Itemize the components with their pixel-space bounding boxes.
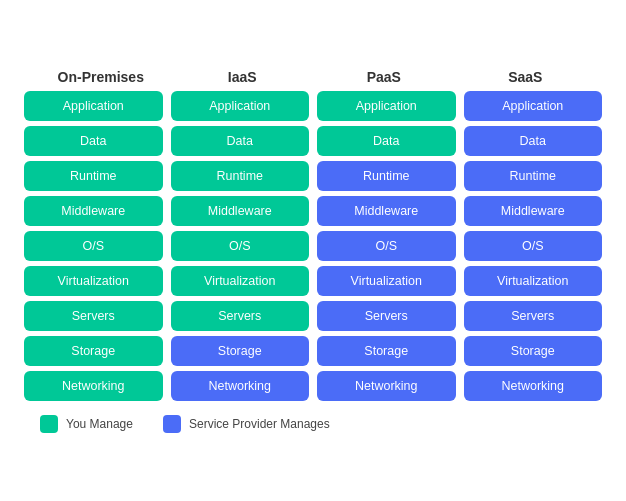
data-row: NetworkingNetworkingNetworkingNetworking: [24, 371, 602, 401]
legend: You Manage Service Provider Manages: [20, 415, 330, 433]
cell: Storage: [464, 336, 603, 366]
data-row: RuntimeRuntimeRuntimeRuntime: [24, 161, 602, 191]
data-row: O/SO/SO/SO/S: [24, 231, 602, 261]
cell: Middleware: [171, 196, 310, 226]
headers-row: On-PremisesIaaSPaaSSaaS: [20, 69, 606, 85]
cell: O/S: [464, 231, 603, 261]
cell: Application: [464, 91, 603, 121]
legend-box-green: [40, 415, 58, 433]
data-row: MiddlewareMiddlewareMiddlewareMiddleware: [24, 196, 602, 226]
data-row: DataDataDataData: [24, 126, 602, 156]
cell: Data: [24, 126, 163, 156]
legend-box-blue: [163, 415, 181, 433]
cell: Runtime: [24, 161, 163, 191]
cell: Virtualization: [171, 266, 310, 296]
data-row: ApplicationApplicationApplicationApplica…: [24, 91, 602, 121]
cell: Middleware: [24, 196, 163, 226]
data-row: VirtualizationVirtualizationVirtualizati…: [24, 266, 602, 296]
cell: Virtualization: [464, 266, 603, 296]
col-header: PaaS: [313, 69, 455, 85]
cell: Networking: [171, 371, 310, 401]
cell: O/S: [24, 231, 163, 261]
cell: Networking: [464, 371, 603, 401]
cell: Runtime: [464, 161, 603, 191]
cell: Storage: [171, 336, 310, 366]
cell: Runtime: [171, 161, 310, 191]
cell: Data: [464, 126, 603, 156]
cell: Servers: [171, 301, 310, 331]
cell: Servers: [464, 301, 603, 331]
legend-item-green: You Manage: [40, 415, 133, 433]
cell: Runtime: [317, 161, 456, 191]
data-row: ServersServersServersServers: [24, 301, 602, 331]
cell: O/S: [171, 231, 310, 261]
cell: Storage: [317, 336, 456, 366]
col-header: IaaS: [172, 69, 314, 85]
legend-item-blue: Service Provider Manages: [163, 415, 330, 433]
data-row: StorageStorageStorageStorage: [24, 336, 602, 366]
grid-area: On-PremisesIaaSPaaSSaaS ApplicationAppli…: [20, 69, 606, 401]
legend-label-blue: Service Provider Manages: [189, 417, 330, 431]
cell: Servers: [317, 301, 456, 331]
rows-container: ApplicationApplicationApplicationApplica…: [20, 91, 606, 401]
cell: Networking: [317, 371, 456, 401]
cell: Middleware: [464, 196, 603, 226]
cell: Application: [24, 91, 163, 121]
cell: Storage: [24, 336, 163, 366]
col-header: On-Premises: [30, 69, 172, 85]
cell: Application: [317, 91, 456, 121]
main-container: On-PremisesIaaSPaaSSaaS ApplicationAppli…: [20, 69, 606, 433]
cell: Virtualization: [317, 266, 456, 296]
col-header: SaaS: [455, 69, 597, 85]
cell: Networking: [24, 371, 163, 401]
cell: Servers: [24, 301, 163, 331]
cell: Application: [171, 91, 310, 121]
cell: O/S: [317, 231, 456, 261]
legend-label-green: You Manage: [66, 417, 133, 431]
cell: Virtualization: [24, 266, 163, 296]
cell: Middleware: [317, 196, 456, 226]
cell: Data: [317, 126, 456, 156]
cell: Data: [171, 126, 310, 156]
